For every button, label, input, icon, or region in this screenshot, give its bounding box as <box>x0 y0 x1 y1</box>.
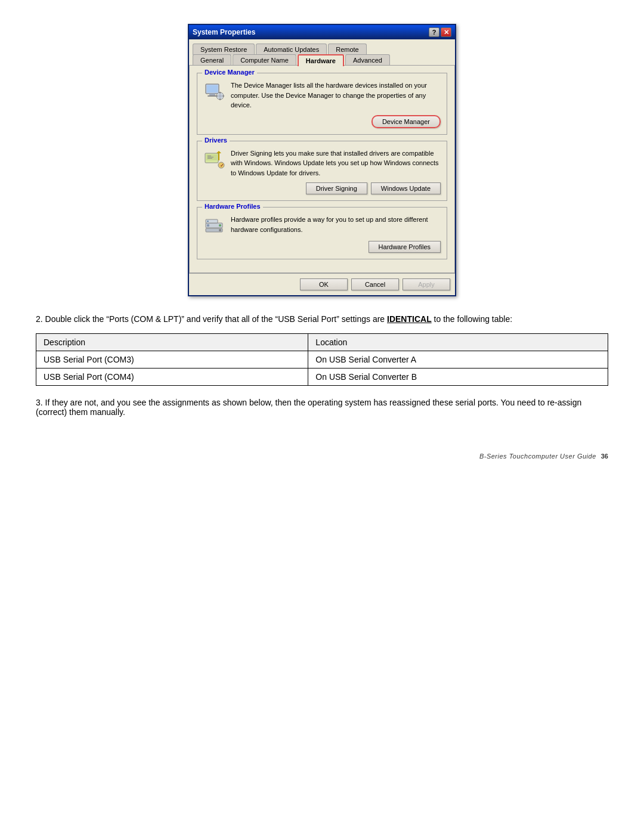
step-3-content: 3. If they are not, and you see the assi… <box>36 398 608 417</box>
svg-rect-14 <box>208 158 212 159</box>
system-properties-dialog: System Properties ? ✕ System Restore Aut… <box>188 24 456 296</box>
tab-system-restore[interactable]: System Restore <box>193 44 255 55</box>
drivers-icon: ✓ <box>203 148 225 170</box>
titlebar-label: System Properties <box>193 28 255 36</box>
svg-marker-15 <box>216 151 221 153</box>
svg-rect-3 <box>208 95 217 97</box>
step-2-number: 2. <box>36 314 43 324</box>
help-button[interactable]: ? <box>429 27 439 37</box>
windows-update-button[interactable]: Windows Update <box>371 182 441 194</box>
svg-rect-6 <box>219 92 221 94</box>
page-content: System Properties ? ✕ System Restore Aut… <box>36 24 608 460</box>
svg-rect-21 <box>207 224 209 227</box>
tab-row-2: General Computer Name Hardware Advanced <box>193 54 451 66</box>
table-row: USB Serial Port (COM4)On USB Serial Conv… <box>36 368 608 386</box>
table-header-location: Location <box>308 334 608 351</box>
drivers-section: Drivers <box>197 141 447 202</box>
dialog-wrapper: System Properties ? ✕ System Restore Aut… <box>36 24 608 296</box>
svg-rect-8 <box>216 95 218 97</box>
table-cell: On USB Serial Converter B <box>308 368 608 386</box>
titlebar: System Properties ? ✕ <box>189 25 455 39</box>
table-cell: USB Serial Port (COM3) <box>36 351 308 368</box>
page-footer: B-Series Touchcomputer User Guide 36 <box>36 453 608 460</box>
hardware-profiles-buttons: Hardware Profiles <box>203 241 441 253</box>
device-manager-label: Device Manager <box>202 69 257 76</box>
device-manager-description: The Device Manager lists all the hardwar… <box>231 80 441 110</box>
hardware-profiles-icon <box>203 215 225 236</box>
tab-general[interactable]: General <box>193 54 231 66</box>
table-header-row: Description Location <box>36 334 608 351</box>
tab-hardware[interactable]: Hardware <box>298 54 344 66</box>
titlebar-icons: ? ✕ <box>429 27 451 37</box>
step-3-text: If they are not, and you see the assignm… <box>36 398 581 417</box>
hardware-profiles-button[interactable]: Hardware Profiles <box>369 241 441 253</box>
step-2-text: 2. Double click the “Ports (COM & LPT)” … <box>36 314 608 324</box>
step-2-identical: IDENTICAL <box>387 314 432 324</box>
drivers-description: Driver Signing lets you make sure that i… <box>231 148 441 178</box>
svg-rect-1 <box>207 85 218 92</box>
svg-point-23 <box>219 229 221 231</box>
step-3: 3. If they are not, and you see the assi… <box>36 398 608 417</box>
tabs-container: System Restore Automatic Updates Remote … <box>189 39 455 65</box>
table-cell: On USB Serial Converter A <box>308 351 608 368</box>
hardware-profiles-label: Hardware Profiles <box>202 203 263 210</box>
device-manager-inner: The Device Manager lists all the hardwar… <box>203 80 441 110</box>
svg-point-5 <box>218 94 222 98</box>
footer-label: B-Series Touchcomputer User Guide <box>479 453 596 460</box>
close-button[interactable]: ✕ <box>441 27 451 37</box>
hardware-profiles-inner: Hardware profiles provide a way for you … <box>203 215 441 236</box>
table-cell: USB Serial Port (COM4) <box>36 368 308 386</box>
tab-remote[interactable]: Remote <box>328 44 367 55</box>
drivers-label: Drivers <box>202 137 230 144</box>
device-manager-section: Device Manager <box>197 73 447 135</box>
ok-button[interactable]: OK <box>300 278 348 290</box>
drivers-inner: ✓ Driver Signing lets you make sure that… <box>203 148 441 178</box>
tab-advanced[interactable]: Advanced <box>345 54 390 66</box>
tab-hardware-content: Device Manager <box>189 65 455 273</box>
device-manager-button[interactable]: Device Manager <box>371 115 441 128</box>
svg-rect-2 <box>209 94 215 95</box>
apply-button[interactable]: Apply <box>402 278 450 290</box>
footer-page: 36 <box>601 453 608 460</box>
step-2: 2. Double click the “Ports (COM & LPT)” … <box>36 314 608 386</box>
svg-text:✓: ✓ <box>220 163 224 168</box>
svg-point-22 <box>219 224 221 227</box>
drivers-buttons: Driver Signing Windows Update <box>203 182 441 194</box>
svg-rect-7 <box>219 98 221 100</box>
table-row: USB Serial Port (COM3)On USB Serial Conv… <box>36 351 608 368</box>
tab-computer-name[interactable]: Computer Name <box>233 54 296 66</box>
svg-rect-13 <box>208 157 213 157</box>
device-manager-icon <box>203 80 225 102</box>
hardware-profiles-section: Hardware Profiles <box>197 207 447 259</box>
usb-ports-table: Description Location USB Serial Port (CO… <box>36 333 608 386</box>
titlebar-text: System Properties <box>193 28 255 36</box>
dialog-footer: OK Cancel Apply <box>189 273 455 295</box>
cancel-button[interactable]: Cancel <box>351 278 399 290</box>
table-header-description: Description <box>36 334 308 351</box>
svg-rect-25 <box>207 221 209 222</box>
device-manager-buttons: Device Manager <box>203 115 441 128</box>
tab-row-1: System Restore Automatic Updates Remote <box>193 43 451 54</box>
step-3-number: 3. <box>36 398 43 407</box>
svg-rect-9 <box>222 95 224 97</box>
step-2-after: to the following table: <box>432 314 512 324</box>
svg-rect-16 <box>218 153 219 160</box>
driver-signing-button[interactable]: Driver Signing <box>306 182 367 194</box>
step-2-before: Double click the “Ports (COM & LPT)” and… <box>45 314 387 324</box>
tab-automatic-updates[interactable]: Automatic Updates <box>256 44 327 55</box>
hardware-profiles-description: Hardware profiles provide a way for you … <box>231 215 441 234</box>
svg-rect-12 <box>208 156 211 156</box>
